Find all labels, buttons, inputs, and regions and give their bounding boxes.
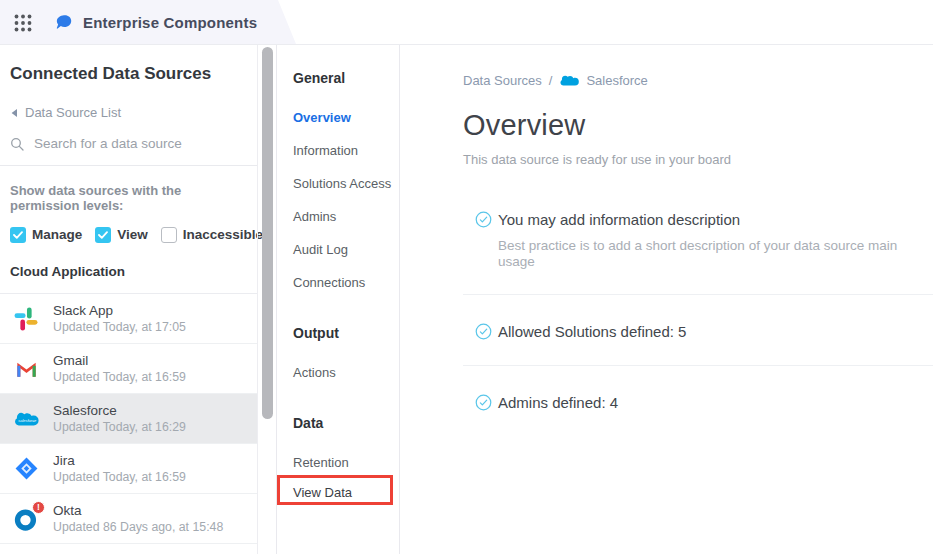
data-source-name: Gmail bbox=[53, 353, 186, 368]
check-circle-icon bbox=[475, 394, 492, 411]
filter-view[interactable]: View bbox=[95, 227, 148, 243]
checklist-item-solutions: Allowed Solutions defined: 5 bbox=[463, 295, 933, 366]
list-item-gmail[interactable]: Gmail Updated Today, at 16:59 bbox=[0, 344, 258, 394]
readiness-checklist: You may add information description Best… bbox=[463, 211, 933, 436]
checklist-item-title: You may add information description bbox=[498, 211, 933, 229]
data-source-name: Okta bbox=[53, 503, 223, 518]
scrollbar-thumb[interactable] bbox=[262, 47, 273, 419]
nav-item-retention[interactable]: Retention bbox=[293, 456, 399, 469]
nav-item-actions[interactable]: Actions bbox=[293, 366, 399, 379]
checkbox-checked-icon[interactable] bbox=[95, 227, 111, 243]
data-source-name: Salesforce bbox=[53, 403, 186, 418]
filter-manage-label: Manage bbox=[32, 227, 82, 242]
list-item-slack[interactable]: Slack App Updated Today, at 17:05 bbox=[0, 294, 258, 344]
search-input[interactable]: Search for a data source bbox=[10, 136, 258, 151]
search-placeholder: Search for a data source bbox=[34, 136, 182, 151]
data-source-name: Slack App bbox=[53, 303, 186, 318]
nav-section-data: Data bbox=[293, 416, 399, 430]
divider bbox=[0, 165, 258, 166]
nav-item-view-data[interactable]: View Data bbox=[293, 486, 399, 499]
nav-section-output: Output bbox=[293, 326, 399, 340]
data-source-list: Slack App Updated Today, at 17:05 Gmail … bbox=[0, 293, 258, 544]
checklist-item-title: Allowed Solutions defined: 5 bbox=[498, 323, 933, 341]
breadcrumb-salesforce[interactable]: Salesforce bbox=[586, 73, 647, 88]
brand-logo-icon bbox=[55, 13, 73, 31]
nav-item-information[interactable]: Information bbox=[293, 144, 399, 157]
breadcrumb: Data Sources / Salesforce bbox=[463, 72, 933, 88]
check-circle-icon bbox=[475, 211, 492, 228]
gmail-icon bbox=[12, 355, 40, 383]
permission-filter-label: Show data sources with the permission le… bbox=[10, 183, 250, 213]
data-source-updated: Updated Today, at 17:05 bbox=[53, 321, 186, 334]
slack-icon bbox=[12, 305, 40, 333]
jira-icon bbox=[12, 455, 40, 483]
salesforce-cloud-icon bbox=[559, 74, 579, 87]
checklist-item-description: You may add information description Best… bbox=[463, 211, 933, 295]
app-title: Enterprise Components bbox=[83, 14, 257, 31]
okta-icon: ! bbox=[12, 505, 40, 533]
panel-title: Connected Data Sources bbox=[0, 45, 258, 84]
breadcrumb-separator: / bbox=[549, 73, 553, 88]
nav-item-solutions-access[interactable]: Solutions Access bbox=[293, 177, 399, 190]
list-item-jira[interactable]: Jira Updated Today, at 16:59 bbox=[0, 444, 258, 494]
checklist-item-description-text: Best practice is to add a short descript… bbox=[498, 238, 933, 270]
nav-item-admins[interactable]: Admins bbox=[293, 210, 399, 223]
nav-item-connections[interactable]: Connections bbox=[293, 276, 399, 289]
filter-inaccessible-label: Inaccessible bbox=[183, 227, 263, 242]
nav-item-overview[interactable]: Overview bbox=[293, 111, 399, 124]
page-subtitle: This data source is ready for use in you… bbox=[463, 152, 933, 167]
filter-manage[interactable]: Manage bbox=[10, 227, 82, 243]
connected-data-sources-panel: Connected Data Sources Data Source List … bbox=[0, 45, 277, 554]
search-icon bbox=[10, 137, 24, 151]
data-source-updated: Updated Today, at 16:29 bbox=[53, 421, 186, 434]
topbar: Enterprise Components bbox=[0, 0, 933, 45]
checklist-item-title: Admins defined: 4 bbox=[498, 394, 933, 412]
svg-text:salesforce: salesforce bbox=[18, 417, 37, 422]
page-title: Overview bbox=[463, 108, 933, 142]
data-source-updated: Updated Today, at 16:59 bbox=[53, 371, 186, 384]
nav-item-audit-log[interactable]: Audit Log bbox=[293, 243, 399, 256]
back-link-label: Data Source List bbox=[25, 105, 121, 120]
checklist-item-admins: Admins defined: 4 bbox=[463, 366, 933, 436]
back-to-data-source-list[interactable]: Data Source List bbox=[10, 105, 258, 120]
salesforce-icon: salesforce bbox=[12, 405, 40, 433]
check-circle-icon bbox=[475, 323, 492, 340]
permission-filter-row: Manage View Inaccessible bbox=[10, 226, 258, 243]
list-item-salesforce[interactable]: salesforce Salesforce Updated Today, at … bbox=[0, 394, 258, 444]
data-source-name: Jira bbox=[53, 453, 186, 468]
breadcrumb-data-sources[interactable]: Data Sources bbox=[463, 73, 542, 88]
apps-grid-icon[interactable] bbox=[13, 12, 34, 33]
checkbox-unchecked-icon[interactable] bbox=[161, 227, 177, 243]
filter-view-label: View bbox=[117, 227, 148, 242]
data-source-updated: Updated 86 Days ago, at 15:48 bbox=[53, 521, 223, 534]
back-arrow-icon bbox=[10, 108, 18, 118]
scrollbar-track bbox=[257, 45, 276, 554]
main-content: Data Sources / Salesforce Overview This … bbox=[400, 45, 933, 554]
section-title-cloud-application: Cloud Application bbox=[10, 264, 258, 279]
alert-badge: ! bbox=[32, 501, 45, 514]
settings-nav: General Overview Information Solutions A… bbox=[277, 45, 400, 554]
nav-section-general: General bbox=[293, 71, 399, 85]
filter-inaccessible[interactable]: Inaccessible bbox=[161, 227, 263, 243]
list-item-okta[interactable]: ! Okta Updated 86 Days ago, at 15:48 bbox=[0, 494, 258, 544]
data-source-updated: Updated Today, at 16:59 bbox=[53, 471, 186, 484]
checkbox-checked-icon[interactable] bbox=[10, 227, 26, 243]
